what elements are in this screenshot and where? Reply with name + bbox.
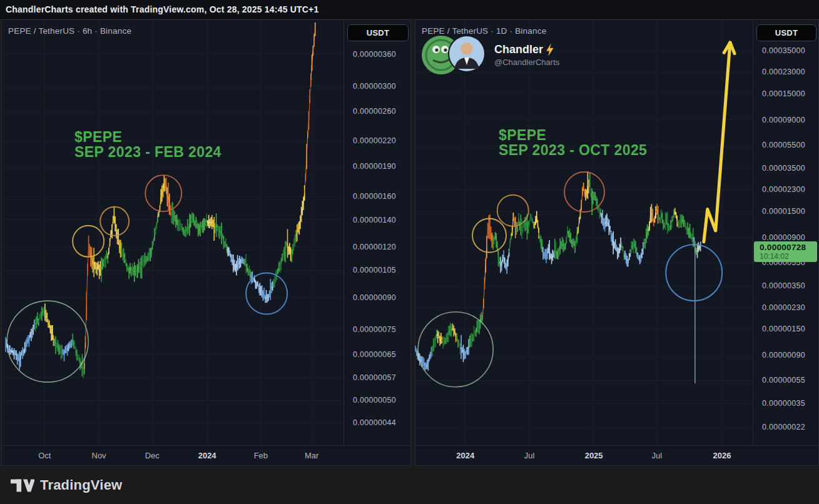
price-tick-label: 0.00001500	[762, 207, 805, 216]
price-tick-label: 0.00000044	[353, 418, 396, 427]
annotation-range: SEP 2023 - OCT 2025	[499, 143, 647, 158]
price-tick-label: 0.00000090	[353, 293, 396, 302]
author-avatars	[419, 34, 489, 76]
attribution-header: ChandlerCharts created with TradingView.…	[0, 0, 819, 19]
tradingview-mark-icon	[11, 478, 34, 493]
last-price-badge: 0.00000728 10:14:02	[754, 241, 817, 262]
annotation-range: SEP 2023 - FEB 2024	[74, 144, 221, 159]
screenshot-stage: ChandlerCharts created with TradingView.…	[0, 0, 819, 504]
price-tick-label: 0.00000065	[353, 350, 396, 359]
price-tick-label: 0.00000022	[762, 423, 805, 431]
price-tick-label: 0.00035000	[762, 46, 805, 55]
chart-title-left: PEPE / TetherUS · 6h · Binance	[8, 26, 131, 36]
price-tick-label: 0.00015000	[762, 89, 805, 98]
author-attribution: Chandler @ChandlerCharts	[419, 34, 559, 76]
time-axis-left[interactable]: OctNovDec2024FebMar	[2, 445, 410, 465]
time-tick-label: 2025	[585, 451, 603, 460]
annotation-circle-sage	[418, 312, 493, 387]
currency-button[interactable]: USDT	[347, 24, 409, 41]
price-tick-label: 0.00002300	[762, 185, 805, 194]
time-tick-label: Jul	[524, 451, 535, 460]
time-tick-label: Jul	[652, 451, 663, 460]
price-tick-label: 0.00000350	[762, 281, 805, 290]
chart-annotation-left: $PEPE SEP 2023 - FEB 2024	[74, 129, 221, 159]
currency-button[interactable]: USDT	[756, 24, 816, 41]
footer-bar: TradingView	[0, 466, 819, 504]
price-tick-label: 0.00000190	[353, 162, 396, 171]
price-tick-label: 0.00000105	[353, 266, 396, 275]
price-tick-label: 0.00000300	[353, 82, 396, 91]
time-tick-label: Dec	[145, 451, 160, 460]
price-tick-label: 0.00000260	[353, 107, 396, 116]
last-price-value: 0.00000728	[760, 243, 817, 252]
tradingview-logo[interactable]: TradingView	[11, 477, 122, 493]
price-tick-label: 0.00009000	[762, 116, 805, 124]
annotation-circle-sage	[7, 301, 88, 382]
time-tick-label: Mar	[305, 451, 318, 460]
price-tick-label: 0.00000050	[353, 396, 396, 405]
price-tick-label: 0.00000057	[353, 373, 396, 382]
price-tick-label: 0.00023000	[762, 68, 805, 76]
price-tick-label: 0.00003500	[762, 164, 805, 173]
time-tick-label: Oct	[38, 451, 51, 460]
lightning-icon	[546, 43, 554, 56]
chart-pane-left: PEPE / TetherUS · 6h · Binance $PEPE SEP…	[1, 19, 411, 466]
price-tick-label: 0.00000140	[353, 216, 396, 224]
price-tick-label: 0.00000035	[762, 399, 805, 408]
chart-annotation-right: $PEPE SEP 2023 - OCT 2025	[499, 128, 647, 158]
candlestick-chart-left[interactable]	[2, 20, 343, 446]
annotation-ticker: $PEPE	[74, 129, 221, 144]
chart-pane-right: PEPE / TetherUS · 1D · Binance Chandler	[415, 19, 819, 466]
price-tick-label: 0.00000160	[353, 192, 396, 201]
price-tick-label: 0.00000220	[353, 136, 396, 145]
bar-countdown: 10:14:02	[760, 252, 817, 261]
price-tick-label: 0.00000150	[762, 325, 805, 333]
annotation-ticker: $PEPE	[499, 128, 647, 143]
time-tick-label: 2026	[713, 451, 731, 460]
price-tick-label: 0.00000120	[353, 243, 396, 251]
price-tick-label: 0.00000055	[762, 376, 805, 385]
tradingview-wordmark: TradingView	[40, 477, 122, 493]
price-tick-label: 0.00000075	[353, 325, 396, 334]
time-tick-label: 2024	[198, 451, 216, 460]
author-name: Chandler	[494, 43, 543, 56]
price-tick-label: 0.00000090	[762, 351, 805, 360]
price-tick-label: 0.00000230	[762, 303, 805, 312]
projection-arrow	[704, 43, 730, 242]
price-tick-label: 0.00000360	[353, 50, 396, 59]
time-tick-label: Feb	[254, 451, 268, 460]
time-tick-label: 2024	[456, 451, 474, 460]
candlestick-chart-right[interactable]	[415, 20, 753, 446]
time-axis-right[interactable]: 2024Jul2025Jul2026	[415, 445, 818, 465]
price-axis-left[interactable]: USDT 0.000003600.000003000.000002600.000…	[343, 20, 412, 446]
time-tick-label: Nov	[92, 451, 106, 460]
price-axis-right[interactable]: USDT 0.00000728 10:14:02 0.000350000.000…	[753, 20, 819, 446]
price-tick-label: 0.00000900	[762, 233, 805, 242]
author-handle: @ChandlerCharts	[494, 58, 559, 67]
price-tick-label: 0.00005500	[762, 141, 805, 149]
annotation-circle-blue	[666, 244, 722, 301]
